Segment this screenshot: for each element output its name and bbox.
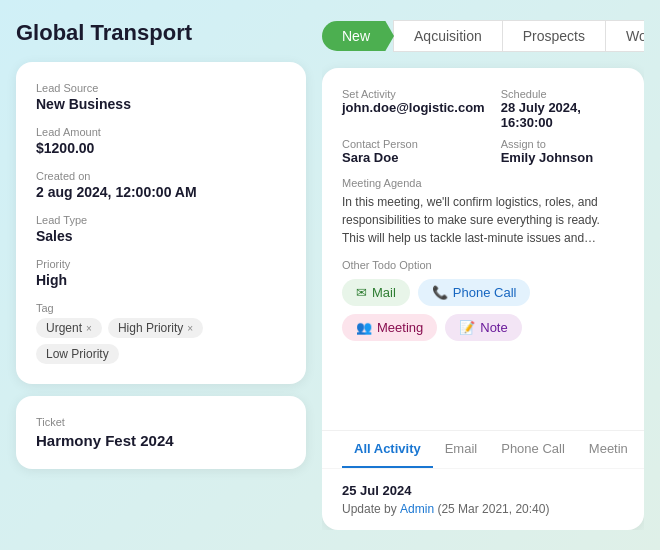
todo-btn-label-mail: Mail [372,285,396,300]
activity-grid: Set Activity john.doe@logistic.com Sched… [342,88,624,165]
tag-label: Tag [36,302,286,314]
stage-tab-prospects[interactable]: Prospects [502,20,606,52]
contact-person-group: Contact Person Sara Doe [342,138,485,165]
lead-amount-group: Lead Amount $1200.00 [36,126,286,156]
set-activity-value: john.doe@logistic.com [342,100,485,115]
tag-group: Tag Urgent ×High Priority ×Low Priority [36,302,286,364]
bottom-tab-email[interactable]: Email [433,431,490,468]
created-on-group: Created on 2 aug 2024, 12:00:00 AM [36,170,286,200]
created-on-value: 2 aug 2024, 12:00:00 AM [36,184,286,200]
meeting-agenda-text: In this meeting, we'll confirm logistics… [342,193,624,247]
tag-item: Low Priority [36,344,119,364]
todo-btn-label-meeting: Meeting [377,320,423,335]
lead-type-group: Lead Type Sales [36,214,286,244]
bottom-tab-all-activity[interactable]: All Activity [342,431,433,468]
todo-group: Other Todo Option ✉Mail📞Phone Call👥Meeti… [342,259,624,341]
assign-to-value: Emily Johnson [501,150,624,165]
todo-btn-label-note: Note [480,320,507,335]
set-activity-label: Set Activity [342,88,485,100]
contact-person-label: Contact Person [342,138,485,150]
meeting-icon: 👥 [356,320,372,335]
ticket-card: Ticket Harmony Fest 2024 [16,396,306,469]
tag-remove-icon[interactable]: × [86,323,92,334]
tags-row: Urgent ×High Priority ×Low Priority [36,318,286,364]
left-panel: Global Transport Lead Source New Busines… [16,20,306,530]
meeting-agenda-label: Meeting Agenda [342,177,624,189]
assign-to-label: Assign to [501,138,624,150]
bottom-tab-phone-call[interactable]: Phone Call [489,431,577,468]
contact-person-value: Sara Doe [342,150,485,165]
right-panel: NewAqcuisitionProspectsWonLos Set Activi… [322,20,644,530]
stage-tab-won[interactable]: Won [605,20,644,52]
todo-label: Other Todo Option [342,259,624,271]
note-icon: 📝 [459,320,475,335]
tag-item: Urgent × [36,318,102,338]
priority-value: High [36,272,286,288]
lead-amount-value: $1200.00 [36,140,286,156]
lead-type-label: Lead Type [36,214,286,226]
main-container: Global Transport Lead Source New Busines… [0,0,660,550]
timeline-section: 25 Jul 2024 Update by Admin (25 Mar 2021… [322,468,644,530]
priority-label: Priority [36,258,286,270]
tag-item: High Priority × [108,318,203,338]
phone-icon: 📞 [432,285,448,300]
schedule-label: Schedule [501,88,624,100]
stage-tab-new[interactable]: New [322,21,394,51]
assign-to-group: Assign to Emily Johnson [501,138,624,165]
content-card: Set Activity john.doe@logistic.com Sched… [322,68,644,530]
todo-btn-mail[interactable]: ✉Mail [342,279,410,306]
lead-type-value: Sales [36,228,286,244]
ticket-label: Ticket [36,416,286,428]
timeline-admin-link[interactable]: Admin [400,502,434,516]
tag-remove-icon[interactable]: × [187,323,193,334]
todo-btn-phone[interactable]: 📞Phone Call [418,279,531,306]
bottom-tabs: All ActivityEmailPhone CallMeetin [322,430,644,468]
bottom-tab-meetin[interactable]: Meetin [577,431,640,468]
todo-btn-meeting[interactable]: 👥Meeting [342,314,437,341]
stage-tabs: NewAqcuisitionProspectsWonLos [322,20,644,52]
todo-btn-note[interactable]: 📝Note [445,314,521,341]
content-inner: Set Activity john.doe@logistic.com Sched… [322,68,644,418]
created-on-label: Created on [36,170,286,182]
lead-source-label: Lead Source [36,82,286,94]
page-title: Global Transport [16,20,306,46]
ticket-value: Harmony Fest 2024 [36,432,286,449]
meeting-agenda-group: Meeting Agenda In this meeting, we'll co… [342,177,624,247]
schedule-group: Schedule 28 July 2024, 16:30:00 [501,88,624,130]
timeline-update: Update by Admin (25 Mar 2021, 20:40) [342,502,624,516]
schedule-value: 28 July 2024, 16:30:00 [501,100,624,130]
mail-icon: ✉ [356,285,367,300]
todo-btn-label-phone: Phone Call [453,285,517,300]
stage-tab-aqcuisition[interactable]: Aqcuisition [393,20,503,52]
lead-amount-label: Lead Amount [36,126,286,138]
lead-source-value: New Business [36,96,286,112]
lead-source-group: Lead Source New Business [36,82,286,112]
set-activity-group: Set Activity john.doe@logistic.com [342,88,485,130]
lead-info-card: Lead Source New Business Lead Amount $12… [16,62,306,384]
priority-group: Priority High [36,258,286,288]
timeline-date: 25 Jul 2024 [342,483,624,498]
todo-buttons: ✉Mail📞Phone Call👥Meeting📝Note [342,279,624,341]
